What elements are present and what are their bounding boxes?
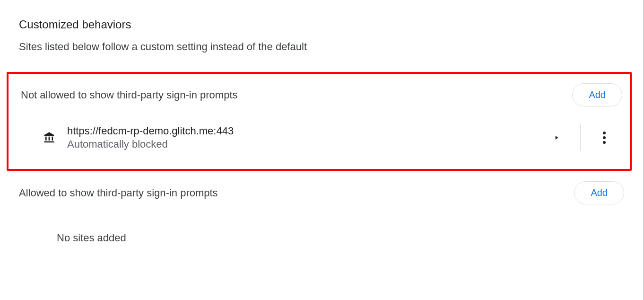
add-allowed-button[interactable]: Add (574, 181, 624, 204)
not-allowed-section: Not allowed to show third-party sign-in … (7, 72, 632, 171)
institution-icon (21, 131, 58, 144)
allowed-header-row: Allowed to show third-party sign-in prom… (19, 179, 624, 206)
allowed-empty-text: No sites added (19, 215, 624, 244)
add-not-allowed-button[interactable]: Add (572, 83, 622, 106)
site-text-block: https://fedcm-rp-demo.glitch.me:443 Auto… (58, 125, 542, 150)
svg-rect-1 (49, 137, 50, 141)
more-options-button[interactable] (590, 124, 618, 152)
site-status: Automatically blocked (67, 138, 542, 150)
section-description: Sites listed below follow a custom setti… (19, 41, 624, 53)
not-allowed-header-row: Not allowed to show third-party sign-in … (21, 83, 622, 106)
svg-point-4 (603, 132, 606, 134)
chevron-right-icon (553, 134, 560, 141)
svg-rect-3 (44, 141, 54, 143)
settings-panel: Customized behaviors Sites listed below … (0, 0, 644, 300)
expand-button[interactable] (542, 124, 571, 152)
svg-rect-0 (45, 137, 47, 141)
svg-point-6 (603, 141, 606, 144)
more-vert-icon (603, 132, 606, 144)
vertical-divider (580, 124, 581, 151)
section-title: Customized behaviors (19, 18, 624, 31)
site-url: https://fedcm-rp-demo.glitch.me:443 (67, 125, 542, 137)
allowed-header: Allowed to show third-party sign-in prom… (19, 187, 218, 199)
svg-point-5 (603, 136, 606, 139)
site-actions (542, 124, 622, 152)
site-row[interactable]: https://fedcm-rp-demo.glitch.me:443 Auto… (21, 115, 622, 152)
not-allowed-header: Not allowed to show third-party sign-in … (21, 89, 238, 101)
svg-rect-2 (52, 137, 53, 141)
